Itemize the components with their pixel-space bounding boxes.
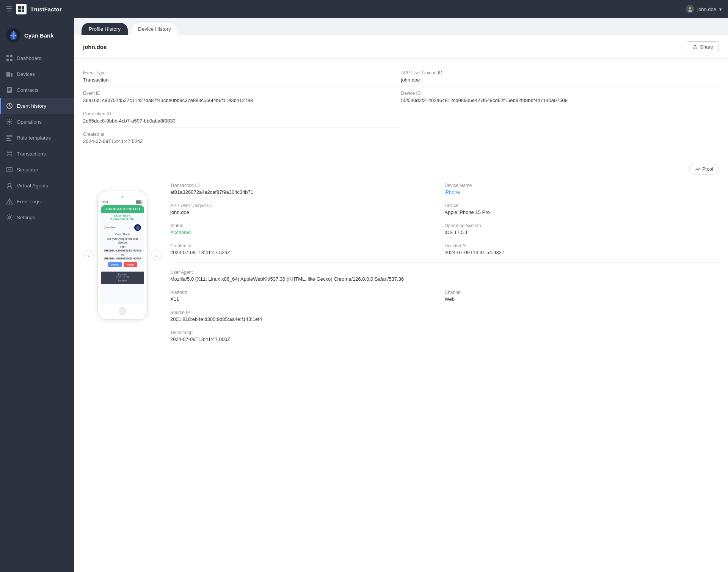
sidebar-item-label-event-history: Event history [17,103,46,109]
phone-content: TRANSFER EDITED LOW RISK TRANSACTION joh… [101,205,144,304]
hamburger-icon[interactable]: ☰ [6,5,12,13]
phone-status-bar: 9:41 ▓▓▒ [101,200,144,204]
sidebar-item-transactions[interactable]: Transactions [0,146,74,162]
devices-icon [6,71,13,77]
sidebar-item-event-history[interactable]: Event history [0,98,74,114]
risk-label: LOW RISK TRANSACTION [101,213,144,222]
svg-rect-7 [6,55,9,57]
user-menu[interactable]: john.doe ▾ [686,5,722,13]
svg-point-28 [8,216,11,218]
sidebar-item-label-settings: Settings [17,215,35,220]
event-history-icon [6,102,13,109]
main-content: Profile History Device History john.doe … [74,18,728,572]
channel-label: Channel [445,290,719,295]
phone-mockup-container: ‹ 9:41 ▓▓▒ TRANSFER EDITED LOW RISK TRAN… [83,164,159,346]
svg-point-18 [8,121,11,123]
event-type-item: Event Type Transaction [83,66,401,87]
sidebar-item-devices[interactable]: Devices [0,66,74,82]
txn-created-at-value: 2024-07-09T13:41:47.524Z [170,250,445,255]
status-item: Status Accepted [170,219,445,239]
platform-item: Platform X11 [170,286,445,306]
svg-rect-1 [22,6,24,9]
rule-templates-icon [6,134,13,141]
sidebar-item-label-contracts: Contracts [17,87,39,93]
error-logs-icon [6,198,13,205]
device-value: Apple iPhone 15 Pro [445,209,719,215]
sidebar-item-dashboard[interactable]: Dashboard [0,50,74,66]
virtual-agents-icon [6,182,13,189]
share-button[interactable]: Share [687,41,719,52]
txn-created-at-item: Created at 2024-07-09T13:41:47.524Z [170,239,445,259]
event-type-label: Event Type [83,70,401,75]
event-id-label: Event ID [83,91,401,96]
brand-name: Cyan Bank [24,32,54,39]
created-at-value: 2024-07-09T13:41:47.524Z [83,138,401,144]
app-user-id-item: APP User Unique ID john.doe [401,66,719,87]
sidebar-item-settings[interactable]: Settings [0,209,74,225]
sidebar-item-virtual-agents[interactable]: Virtual Agents [0,178,74,193]
sidebar-item-label-simulator: Simulator [17,167,38,173]
sidebar-item-error-logs[interactable]: Error Logs [0,193,74,209]
svg-rect-11 [6,72,10,77]
phone-home-button[interactable] [119,307,126,315]
svg-rect-9 [6,59,9,61]
channel-item: Channel Web [445,286,719,306]
svg-rect-22 [7,167,12,172]
device-id-item: Device ID 55f530d2f21402a64812cb98906e42… [401,87,719,107]
platform-value: X11 [170,296,445,302]
sidebar-item-label-dashboard: Dashboard [17,55,42,61]
prev-arrow-button[interactable]: ‹ [83,250,94,261]
svg-rect-10 [10,59,13,61]
sidebar-item-label-devices: Devices [17,71,35,77]
app-logo [16,4,27,14]
event-id-value: 36a16d1c93752d527c11427ba87f43cbe0bb9c37… [83,97,401,103]
app-user-id-value: john.doe [401,77,719,83]
proof-icon [695,167,700,172]
svg-rect-3 [22,9,24,12]
phone-mockup: 9:41 ▓▓▒ TRANSFER EDITED LOW RISK TRANSA… [97,191,147,320]
sidebar-item-label-error-logs: Error Logs [17,199,41,204]
contracts-icon [6,86,13,93]
transaction-details-grid: Transaction ID af01a326072a4a2caf87f9a30… [170,179,719,346]
transaction-id-item: Transaction ID af01a326072a4a2caf87f9a30… [170,179,445,199]
details-divider [170,262,719,263]
sidebar-item-rule-templates[interactable]: Rule templates [0,130,74,146]
device-name-label: Device Name [445,183,719,188]
sidebar-item-operations[interactable]: Operations [0,114,74,130]
sidebar-item-simulator[interactable]: Simulator [0,162,74,178]
phone-reject-button[interactable]: Reject [124,262,137,267]
tab-device-history[interactable]: Device History [131,23,178,35]
profile-header: john.doe Share [74,35,728,59]
brand-logo-icon [6,28,20,42]
phone-action-buttons: Details Reject [104,262,141,267]
svg-point-23 [8,169,9,170]
txn-app-user-id-value: john.doe [170,209,445,215]
content-panel: john.doe Share Event Type Transaction [74,35,728,572]
user-agent-value: Mozilla/5.0 (X11; Linux x86_64) AppleWeb… [170,276,719,282]
correlation-id-item: Correlation ID 2e65dec8-9bbb-4cb7-a597-b… [83,107,401,128]
sidebar: Cyan Bank Dashboard Devices Contracts Ev… [0,18,74,572]
transfer-banner: TRANSFER EDITED [101,205,144,213]
tabs-bar: Profile History Device History [74,18,728,35]
decided-at-value: 2024-07-09T13:41:54.932Z [445,250,719,255]
device-label: Device [445,203,719,208]
proof-button[interactable]: Proof [689,164,719,174]
svg-rect-13 [7,87,12,93]
layout: Cyan Bank Dashboard Devices Contracts Ev… [0,18,728,572]
phone-brand-logo-icon [134,224,141,231]
sidebar-item-label-rule-templates: Rule templates [17,135,51,141]
correlation-id-label: Correlation ID [83,111,401,116]
correlation-id-value: 2e65dec8-9bbb-4cb7-a597-bb0aba8f0830 [83,118,401,124]
event-info-section: Event Type Transaction APP User Unique I… [74,59,728,156]
share-icon [692,44,698,50]
tab-profile-history[interactable]: Profile History [82,23,128,35]
txn-app-user-id-label: APP User Unique ID [170,203,445,208]
svg-point-24 [10,169,11,170]
phone-bank-name: Cyan Bank [104,233,141,236]
phone-details-button[interactable]: Details [108,262,122,267]
sidebar-item-contracts[interactable]: Contracts [0,82,74,98]
timestamp-value: 2024-07-09T13:41:47.000Z [170,336,719,342]
next-arrow-button[interactable]: › [151,250,162,261]
svg-point-5 [688,10,692,12]
channel-value: Web [445,296,719,302]
